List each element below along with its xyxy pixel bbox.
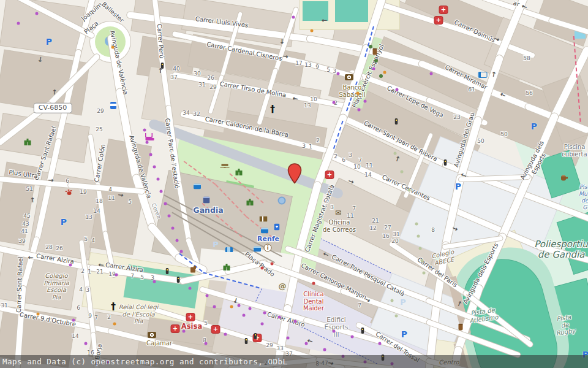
map-dot [85, 342, 88, 345]
house-number: 5 [128, 199, 132, 205]
house-number: 29 [266, 342, 273, 348]
house-number: 27 [384, 224, 391, 231]
map-dot [271, 263, 274, 266]
house-number: 18 [96, 198, 102, 204]
aid-icon: + [212, 326, 220, 333]
street-label: Pista de Rugby [552, 313, 578, 337]
house-number: 7 [130, 273, 134, 279]
map-area [335, 0, 368, 22]
house-number: 2 [334, 153, 337, 159]
house-number: 2 [325, 197, 328, 204]
house-number: 19 [80, 189, 86, 195]
map-dot [356, 92, 360, 95]
map-dot [143, 129, 146, 132]
map-dot [183, 330, 186, 333]
cart-icon [145, 133, 153, 138]
poi-label-correos: Oficina de Correos [323, 219, 356, 233]
house-number: 34 [183, 110, 189, 116]
bank-icon [148, 332, 156, 338]
location-marker[interactable] [287, 163, 302, 184]
house-number: 29 [209, 84, 216, 90]
map-dot [423, 272, 426, 275]
oneway-arrow: → [489, 71, 498, 77]
oneway-arrow: → [322, 17, 327, 25]
aid-icon: + [187, 313, 195, 321]
train-icon [203, 197, 210, 204]
map-dot [364, 100, 367, 103]
parking-icon: P [61, 217, 67, 227]
house-number: 5 [140, 274, 144, 280]
house-number: 61 [468, 86, 475, 93]
house-number: 58 [523, 55, 530, 61]
tree-icon [379, 74, 383, 78]
map-dot [224, 333, 227, 336]
house-number: 3 [349, 152, 352, 158]
map-dot [379, 342, 382, 345]
house-number: 31 [393, 231, 399, 237]
bin-icon [373, 48, 377, 55]
house-number: 13 [85, 214, 92, 220]
map-canvas[interactable]: Carrer Lluís VivesCarrer Cardenal Cisner… [0, 0, 588, 368]
attribution-text: Maps and Data (c) openstreetmap.org and … [2, 357, 288, 366]
house-number: 21 [96, 269, 103, 275]
road-ref-shield: CV-6850 [34, 103, 72, 113]
map-dot [164, 202, 167, 205]
map-dot [69, 264, 72, 267]
map-dot [113, 323, 116, 326]
map-dot [115, 274, 118, 277]
map-dot [311, 29, 314, 33]
book-icon [260, 217, 268, 222]
map-dot [205, 342, 208, 345]
map-dot [157, 178, 160, 181]
street-label: Ballester [100, 1, 125, 24]
at-icon: @ [279, 282, 287, 291]
map-dot [72, 319, 75, 322]
tl-icon [177, 277, 180, 283]
map-dot [372, 67, 375, 71]
cafe-icon [561, 177, 566, 181]
house-number: 8 [431, 227, 435, 233]
parking-icon: P [401, 329, 407, 339]
church-icon: † [111, 301, 116, 312]
map-dot [243, 314, 246, 317]
map-dot [292, 16, 295, 19]
map-dot [168, 215, 171, 218]
house-number: 50 [500, 131, 507, 137]
map-dot [396, 88, 399, 91]
map-dot [294, 320, 297, 323]
house-number: 11 [108, 195, 115, 201]
house-number: 4 [91, 237, 95, 243]
house-number: 2 [316, 137, 320, 144]
house-number: 1 [309, 144, 312, 150]
map-dot [37, 313, 40, 316]
station-label: Gandia [193, 206, 223, 215]
house-number: 7 [94, 315, 98, 321]
oneway-arrow: → [36, 56, 45, 63]
aid-icon: + [326, 171, 334, 178]
house-number: 11 [347, 213, 353, 219]
map-dot [180, 250, 183, 253]
map-dot [189, 287, 192, 290]
map-dot [176, 239, 179, 242]
play-icon [24, 140, 28, 145]
map-dot [287, 337, 290, 340]
house-number: 1 [88, 269, 91, 275]
house-number: 26 [56, 245, 62, 251]
map-dot [213, 305, 216, 309]
oneway-arrow: → [50, 89, 59, 95]
house-number: 30 [194, 71, 200, 77]
house-number: 3 [302, 143, 306, 149]
tl-icon [395, 118, 398, 125]
oneway-arrow: → [98, 261, 104, 269]
house-number: 5 [204, 320, 208, 326]
renfe-label: Renfe [257, 236, 279, 243]
map-dot [358, 109, 361, 112]
house-number: 29 [97, 108, 104, 114]
street-label: Poliesportiu de Gandia [534, 239, 588, 261]
house-number: 7 [352, 205, 356, 212]
oneway-arrow: → [156, 67, 164, 74]
tl-icon [245, 338, 248, 344]
house-number: 23 [453, 114, 460, 120]
map-dot [401, 171, 404, 174]
aid-icon: + [440, 6, 448, 13]
